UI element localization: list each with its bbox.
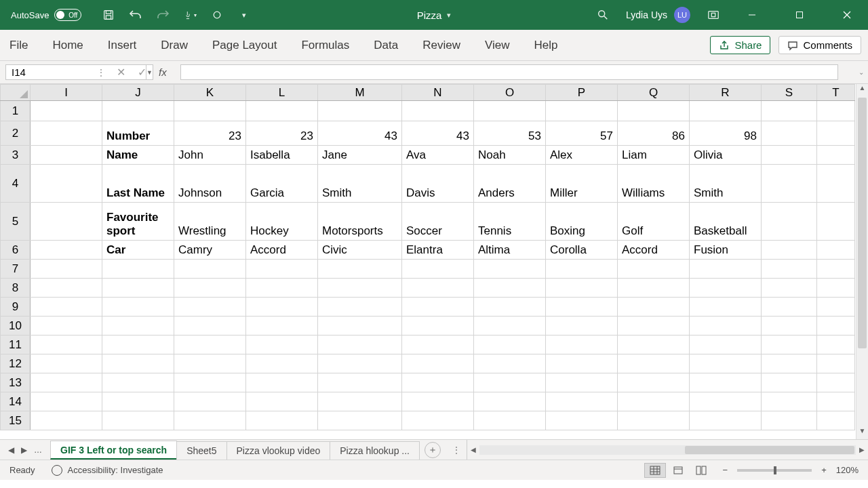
cell[interactable] [174,317,246,336]
cell[interactable] [102,373,174,392]
cell[interactable] [174,279,246,298]
cell[interactable] [402,260,474,279]
cell[interactable] [618,101,690,121]
cell[interactable] [618,260,690,279]
cell[interactable] [618,336,690,354]
cell[interactable] [246,101,318,121]
redo-icon[interactable] [156,8,170,22]
cell[interactable]: Isabella [246,146,318,165]
cell[interactable] [31,298,102,317]
undo-icon[interactable] [129,8,142,22]
sheet-nav-prev-icon[interactable]: ◀ [8,445,14,455]
cell[interactable] [690,279,762,298]
cell[interactable] [546,354,618,373]
search-icon[interactable] [596,8,610,22]
ribbon-tab-data[interactable]: Data [371,35,401,56]
cell[interactable] [690,298,762,317]
cell[interactable]: Miller [546,165,618,203]
maximize-button[interactable] [784,0,815,30]
cell[interactable] [762,354,817,373]
cell[interactable] [402,411,474,430]
cell[interactable] [618,392,690,411]
cell[interactable] [402,336,474,354]
cell[interactable]: Fusion [690,241,762,260]
cell[interactable] [474,260,546,279]
autosave-toggle[interactable]: AutoSave Off [3,9,90,21]
cell[interactable] [31,121,102,146]
cell[interactable] [817,354,855,373]
cell[interactable] [318,317,402,336]
cell[interactable] [246,260,318,279]
row-header[interactable]: 3 [1,146,31,165]
cell[interactable] [817,241,855,260]
sheet-tab[interactable]: Sheet5 [176,441,226,460]
row-header[interactable]: 5 [1,203,31,241]
cell[interactable]: Elantra [402,241,474,260]
cell[interactable] [618,354,690,373]
cell[interactable] [546,317,618,336]
cell[interactable] [318,411,402,430]
cell[interactable]: Olivia [690,146,762,165]
cell[interactable] [174,101,246,121]
cell[interactable]: 43 [318,121,402,146]
cell[interactable]: 53 [474,121,546,146]
column-header[interactable]: O [474,85,546,101]
cell[interactable] [31,101,102,121]
cell[interactable] [402,298,474,317]
row-header[interactable]: 6 [1,241,31,260]
column-header[interactable]: K [174,85,246,101]
cell[interactable] [690,336,762,354]
cell[interactable] [690,260,762,279]
cell[interactable]: Corolla [546,241,618,260]
ribbon-tab-formulas[interactable]: Formulas [298,35,352,56]
cell[interactable] [762,203,817,241]
cell[interactable] [402,392,474,411]
sheet-nav-more-icon[interactable]: … [34,445,42,455]
row-header[interactable]: 14 [1,392,31,411]
cell[interactable]: John [174,146,246,165]
record-icon[interactable] [210,8,224,22]
cell[interactable] [31,373,102,392]
cell[interactable] [402,354,474,373]
cell[interactable] [817,165,855,203]
cell[interactable] [174,373,246,392]
cell[interactable] [318,373,402,392]
cell[interactable] [474,411,546,430]
cell[interactable]: Golf [618,203,690,241]
cell[interactable] [318,260,402,279]
cell[interactable] [817,336,855,354]
formula-bar-expand[interactable]: ⌄ [854,61,868,83]
cell[interactable] [474,317,546,336]
cell[interactable] [817,203,855,241]
cell[interactable] [817,317,855,336]
comments-button[interactable]: Comments [778,36,861,54]
cell[interactable] [546,260,618,279]
cell[interactable] [762,411,817,430]
cell[interactable] [817,101,855,121]
cell[interactable]: Williams [618,165,690,203]
row-header[interactable]: 2 [1,121,31,146]
cancel-icon[interactable]: ✕ [117,66,125,79]
spreadsheet-table[interactable]: IJKLMNOPQRST 12Number23234343535786983Na… [0,84,855,430]
cell[interactable] [762,373,817,392]
cell[interactable] [102,392,174,411]
cell[interactable] [174,336,246,354]
cell[interactable]: Garcia [246,165,318,203]
cell[interactable] [174,354,246,373]
cell[interactable] [102,317,174,336]
cell[interactable] [246,336,318,354]
cell[interactable]: Davis [402,165,474,203]
cell[interactable] [174,411,246,430]
cell[interactable] [474,336,546,354]
cell[interactable] [102,279,174,298]
cell[interactable] [762,336,817,354]
cell[interactable] [318,392,402,411]
column-header[interactable]: Q [618,85,690,101]
cell[interactable] [546,101,618,121]
column-header[interactable]: I [31,85,102,101]
cell[interactable] [690,373,762,392]
enter-icon[interactable]: ✓ [138,66,146,79]
ribbon-tab-draw[interactable]: Draw [158,35,191,56]
cell[interactable]: 57 [546,121,618,146]
cell[interactable] [102,101,174,121]
